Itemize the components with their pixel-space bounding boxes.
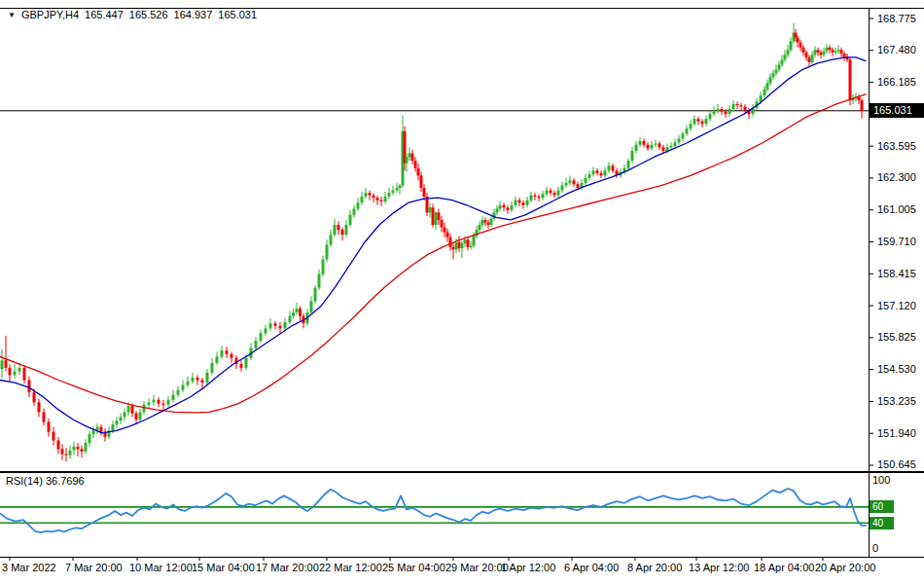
candle-body bbox=[373, 196, 375, 199]
candle-body bbox=[565, 183, 568, 186]
candle-body bbox=[435, 212, 438, 225]
candle-body bbox=[553, 193, 556, 196]
candle-body bbox=[310, 302, 313, 312]
time-axis-label: 17 Mar 20:00 bbox=[256, 562, 319, 574]
candle-body bbox=[787, 50, 790, 55]
candle-body bbox=[655, 143, 657, 144]
candle-body bbox=[23, 368, 26, 381]
candle-body bbox=[172, 395, 175, 400]
candle-body bbox=[120, 417, 123, 420]
rsi-level-tag-60: 60 bbox=[870, 500, 894, 513]
candle-body bbox=[420, 175, 423, 188]
candle-body bbox=[499, 205, 502, 209]
candle-body bbox=[467, 239, 470, 247]
candle-body bbox=[18, 368, 21, 372]
rsi-line bbox=[0, 489, 866, 532]
candle-body bbox=[784, 55, 787, 59]
candle-body bbox=[693, 119, 696, 124]
candle-body bbox=[1, 360, 4, 369]
price-axis-label: 150.645 bbox=[877, 458, 916, 471]
candle-body bbox=[369, 193, 372, 196]
candle-body bbox=[414, 161, 417, 168]
candle-body bbox=[849, 59, 852, 100]
candle-body bbox=[835, 52, 837, 53]
candle-body bbox=[678, 138, 681, 142]
candle-body bbox=[701, 122, 704, 125]
time-axis-label: 22 Mar 12:00 bbox=[319, 562, 382, 574]
candle-body bbox=[53, 432, 55, 441]
candle-body bbox=[823, 52, 826, 55]
candle-body bbox=[357, 202, 360, 208]
candle-body bbox=[604, 170, 607, 175]
price-axis-label: 166.185 bbox=[877, 76, 916, 89]
candle-body bbox=[487, 222, 490, 225]
candle-body bbox=[573, 180, 576, 184]
candle-body bbox=[484, 220, 487, 223]
symbol-dropdown-icon[interactable]: ▼ bbox=[8, 9, 16, 21]
candle-body bbox=[81, 449, 84, 452]
candle-body bbox=[206, 373, 209, 383]
ohlc-open: 165.447 bbox=[85, 9, 124, 21]
candle-body bbox=[417, 168, 420, 176]
ohlc-low: 164.937 bbox=[174, 9, 213, 21]
price-axis-label: 162.300 bbox=[877, 171, 916, 184]
candle-body bbox=[192, 378, 195, 382]
candle-body bbox=[318, 274, 321, 288]
candle-body bbox=[592, 170, 595, 174]
panel-separator bbox=[0, 471, 924, 473]
candle-body bbox=[177, 390, 180, 395]
candle-body bbox=[409, 154, 411, 158]
candle-body bbox=[216, 356, 219, 362]
candle-body bbox=[781, 59, 784, 64]
candle-body bbox=[77, 447, 80, 450]
candle-body bbox=[837, 50, 840, 51]
candle-body bbox=[496, 209, 499, 213]
candle-body bbox=[600, 173, 603, 176]
ma-fast-line bbox=[0, 57, 866, 433]
candle-body bbox=[221, 350, 224, 356]
candle-body bbox=[279, 326, 282, 329]
price-axis-label: 155.825 bbox=[877, 331, 916, 344]
candle-body bbox=[127, 406, 130, 412]
candle-body bbox=[153, 400, 156, 403]
candle-body bbox=[361, 197, 364, 202]
time-axis-label: 20 Apr 20:00 bbox=[815, 562, 875, 574]
candle-body bbox=[446, 233, 449, 237]
candle-body bbox=[201, 381, 204, 383]
candle-body bbox=[662, 147, 665, 151]
candle-body bbox=[772, 73, 775, 77]
candle-body bbox=[255, 341, 258, 348]
candle-body bbox=[507, 207, 510, 210]
candle-body bbox=[805, 53, 808, 57]
candle-body bbox=[167, 400, 170, 405]
candle-body bbox=[658, 143, 661, 147]
price-axis-label: 168.775 bbox=[877, 13, 916, 25]
candle-body bbox=[588, 174, 591, 178]
candle-body bbox=[639, 141, 642, 145]
time-axis-label: 10 Mar 12:00 bbox=[129, 562, 193, 574]
candle-body bbox=[61, 449, 64, 454]
candle-body bbox=[686, 128, 689, 133]
candle-body bbox=[423, 188, 426, 197]
price-axis-label: 161.005 bbox=[877, 203, 916, 216]
candle-body bbox=[709, 114, 712, 119]
candle-body bbox=[713, 112, 716, 115]
chart-canvas[interactable] bbox=[0, 0, 924, 584]
candle-body bbox=[764, 90, 766, 95]
current-price-tag: 165.031 bbox=[870, 103, 924, 118]
candle-body bbox=[411, 154, 414, 162]
candle-body bbox=[384, 197, 387, 201]
candle-body bbox=[473, 236, 476, 245]
candle-body bbox=[48, 422, 51, 432]
candle-body bbox=[682, 133, 685, 138]
candle-body bbox=[802, 48, 805, 53]
candle-body bbox=[245, 358, 248, 368]
time-axis-label: 6 Apr 04:00 bbox=[564, 562, 619, 574]
candle-body bbox=[432, 207, 435, 225]
candle-body bbox=[814, 50, 817, 55]
candle-body bbox=[289, 316, 292, 322]
chart-title: ▼ GBPJPY,H4 165.447 165.526 164.937 165.… bbox=[8, 9, 263, 21]
candle-body bbox=[14, 372, 17, 376]
candle-body bbox=[481, 220, 484, 225]
candle-body bbox=[399, 186, 402, 189]
